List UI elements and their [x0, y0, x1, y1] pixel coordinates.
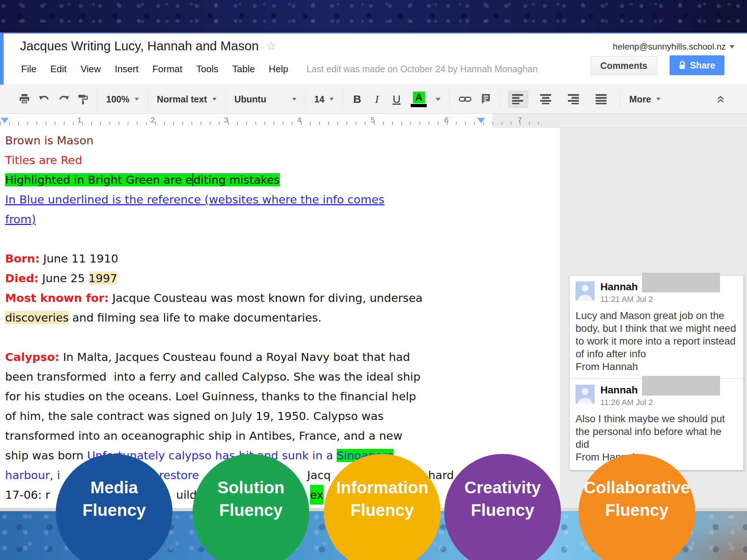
right-indent-marker[interactable]	[477, 118, 485, 123]
doc-line: Highlighted in Bright Green are editing …	[5, 170, 422, 190]
doc-line: discoveries and filming sea life to make…	[5, 308, 422, 327]
italic-button[interactable]: I	[371, 93, 382, 105]
menu-file[interactable]: File	[21, 63, 36, 75]
doc-line: for his studies on the oceans. Loel Guin…	[5, 386, 422, 406]
screen: { "header": { "title": "Jacques Writing …	[0, 0, 747, 560]
doc-line: Brown is Mason	[5, 131, 422, 150]
toolbar: 100% Normal text Ubuntu 14 B I U A More …	[0, 85, 747, 114]
align-right-button[interactable]	[565, 91, 584, 107]
underline-button[interactable]: U	[391, 93, 402, 105]
doc-line: Died: June 25 1997	[5, 268, 422, 288]
chevron-down-icon[interactable]	[436, 98, 441, 101]
insert-comment-icon[interactable]	[480, 94, 491, 104]
comment-author: Hannah	[600, 385, 653, 396]
menu-help[interactable]: Help	[269, 63, 288, 75]
document-text[interactable]: Brown is Mason Titles are Red Highlighte…	[5, 131, 422, 505]
doc-line: from)	[5, 209, 422, 229]
doc-line: Most known for: Jacque Cousteau was most…	[5, 288, 422, 308]
toolbar-separator	[342, 90, 343, 109]
comment-body: Also I think maybe we should put the per…	[576, 412, 738, 463]
doc-line: transformed into an oceanographic ship i…	[5, 426, 422, 446]
reference-link[interactable]: from)	[5, 213, 36, 226]
doc-line: of him, the sale contract was signed on …	[5, 406, 422, 426]
doc-line-blank	[5, 229, 422, 249]
paint-format-icon[interactable]	[78, 94, 88, 105]
account-menu[interactable]: helenp@sunnyhills.school.nz	[613, 42, 735, 52]
collapse-toolbar-icon[interactable]: «	[713, 95, 729, 103]
align-center-button[interactable]	[537, 91, 556, 107]
menu-view[interactable]: View	[81, 63, 101, 75]
zoom-select[interactable]: 100%	[106, 94, 139, 105]
ruler-page-area	[0, 114, 492, 128]
comment-card[interactable]: Hannah 11:21 AM Jul 2 Lucy and Mason gre…	[569, 275, 744, 380]
chevron-down-icon	[656, 98, 661, 101]
menu-table[interactable]: Table	[232, 63, 255, 75]
paragraph-style-select[interactable]: Normal text	[157, 94, 217, 105]
menu-insert[interactable]: Insert	[115, 63, 139, 75]
chevron-down-icon	[729, 45, 735, 48]
redo-icon[interactable]	[58, 94, 69, 104]
text-color-button[interactable]: A	[411, 92, 427, 107]
insert-link-icon[interactable]	[458, 95, 472, 103]
align-left-button[interactable]	[508, 91, 528, 108]
toolbar-separator	[499, 90, 500, 109]
share-button[interactable]: Share	[670, 55, 724, 75]
comments-button[interactable]: Comments	[591, 56, 657, 75]
comments-sidebar: Hannah 11:21 AM Jul 2 Lucy and Mason gre…	[560, 128, 747, 511]
font-select[interactable]: Ubuntu	[235, 94, 297, 105]
doc-line: Titles are Red	[5, 150, 422, 170]
comment-timestamp: 11:21 AM Jul 2	[600, 295, 653, 304]
menu-tools[interactable]: Tools	[196, 63, 218, 75]
toolbar-separator	[97, 90, 97, 109]
undo-icon[interactable]	[39, 94, 50, 104]
lock-icon	[679, 61, 686, 70]
print-icon[interactable]	[19, 94, 30, 105]
document-page[interactable]: Brown is Mason Titles are Red Highlighte…	[0, 128, 560, 508]
menu-edit[interactable]: Edit	[50, 63, 67, 75]
toolbar-separator	[620, 90, 620, 109]
menu-format[interactable]: Format	[152, 63, 182, 75]
left-indent-marker[interactable]	[1, 118, 9, 123]
comment-card[interactable]: Hannah 11:26 AM Jul 2 Also I think maybe…	[569, 378, 744, 470]
doc-line-blank	[5, 327, 422, 347]
document-title[interactable]: Jacques Writing Lucy, Hannah and Mason	[20, 39, 259, 53]
chevron-down-icon	[329, 98, 334, 101]
left-accent-strip	[0, 34, 4, 85]
desktop-background-top	[0, 0, 747, 34]
toolbar-separator	[305, 90, 306, 109]
more-button[interactable]: More	[629, 94, 661, 105]
comment-timestamp: 11:26 AM Jul 2	[600, 398, 653, 407]
comment-body: Lucy and Mason great job on the body, bu…	[576, 309, 738, 373]
ruler[interactable]: 1 2 3 4 5 6 7	[0, 114, 747, 128]
doc-line: Calypso: In Malta, Jacques Cousteau foun…	[5, 347, 422, 367]
chevron-down-icon	[212, 98, 217, 101]
toolbar-separator	[148, 90, 148, 109]
doc-line: Born: June 11 1910	[5, 249, 422, 268]
account-email: helenp@sunnyhills.school.nz	[613, 42, 726, 52]
chevron-down-icon	[135, 98, 139, 101]
app-header: Jacques Writing Lucy, Hannah and Mason ☆…	[0, 34, 747, 85]
align-justify-button[interactable]	[592, 91, 611, 107]
title-row: Jacques Writing Lucy, Hannah and Mason ☆	[20, 39, 276, 53]
doc-line: been transformed into a ferry and called…	[5, 367, 422, 386]
bold-button[interactable]: B	[352, 93, 363, 105]
toolbar-separator	[449, 90, 450, 109]
avatar	[576, 281, 595, 300]
last-edit-status[interactable]: Last edit was made on October 24 by Hann…	[306, 64, 538, 74]
comment-author: Hannah	[600, 281, 653, 292]
menu-bar: File Edit View Insert Format Tools Table…	[21, 63, 538, 75]
toolbar-separator	[225, 90, 226, 109]
reference-link[interactable]: In Blue underlined is the reference (web…	[5, 193, 384, 206]
font-size-select[interactable]: 14	[314, 94, 334, 105]
chevron-down-icon	[292, 98, 297, 101]
star-icon[interactable]: ☆	[266, 39, 276, 53]
doc-line: In Blue underlined is the reference (web…	[5, 190, 422, 209]
avatar	[576, 385, 595, 404]
